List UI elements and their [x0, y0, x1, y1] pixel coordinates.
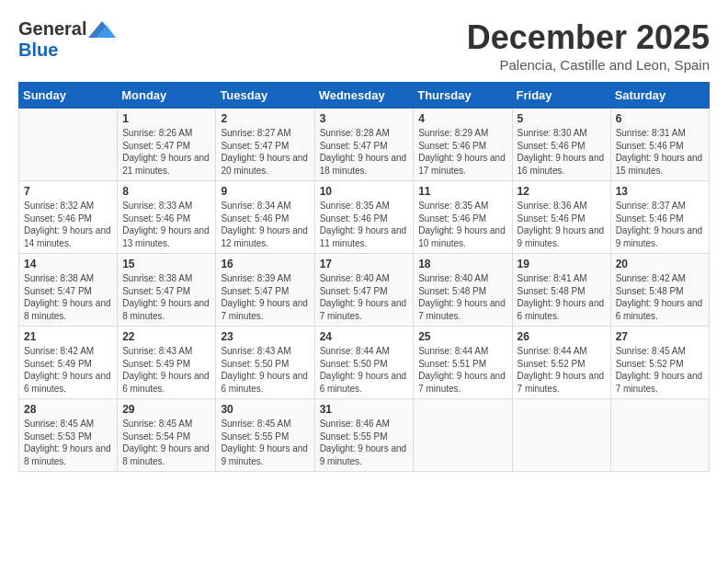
table-row: 3Sunrise: 8:28 AMSunset: 5:47 PMDaylight…	[314, 109, 414, 181]
table-row	[414, 399, 512, 472]
sunset-text: Sunset: 5:47 PM	[221, 285, 309, 298]
day-detail: Sunrise: 8:29 AMSunset: 5:46 PMDaylight:…	[418, 127, 506, 177]
sunrise-text: Sunrise: 8:35 AM	[418, 200, 506, 213]
location-subtitle: Palencia, Castille and Leon, Spain	[467, 57, 710, 73]
daylight-text: Daylight: 9 hours and 20 minutes.	[221, 152, 309, 177]
logo-icon	[88, 21, 116, 38]
daylight-text: Daylight: 9 hours and 7 minutes.	[418, 297, 506, 322]
table-row: 12Sunrise: 8:36 AMSunset: 5:46 PMDayligh…	[512, 181, 610, 254]
sunrise-text: Sunrise: 8:26 AM	[122, 127, 210, 140]
day-detail: Sunrise: 8:31 AMSunset: 5:46 PMDaylight:…	[616, 127, 704, 177]
sunset-text: Sunset: 5:46 PM	[320, 213, 409, 225]
table-row: 21Sunrise: 8:42 AMSunset: 5:49 PMDayligh…	[19, 327, 118, 399]
day-number: 21	[24, 330, 112, 343]
day-detail: Sunrise: 8:40 AMSunset: 5:48 PMDaylight:…	[418, 272, 506, 322]
sunrise-text: Sunrise: 8:43 AM	[221, 345, 309, 358]
day-number: 20	[616, 258, 704, 270]
sunset-text: Sunset: 5:46 PM	[418, 213, 506, 225]
day-detail: Sunrise: 8:45 AMSunset: 5:54 PMDaylight:…	[122, 418, 210, 467]
sunset-text: Sunset: 5:53 PM	[24, 431, 112, 443]
table-row: 22Sunrise: 8:43 AMSunset: 5:49 PMDayligh…	[118, 327, 216, 399]
day-number: 23	[221, 330, 309, 343]
day-number: 10	[320, 185, 409, 198]
sunrise-text: Sunrise: 8:38 AM	[24, 272, 112, 285]
sunrise-text: Sunrise: 8:28 AM	[320, 127, 409, 140]
day-detail: Sunrise: 8:41 AMSunset: 5:48 PMDaylight:…	[518, 272, 606, 322]
sunrise-text: Sunrise: 8:40 AM	[320, 272, 409, 285]
sunset-text: Sunset: 5:47 PM	[320, 140, 409, 153]
header-thursday: Thursday	[414, 83, 512, 109]
table-row	[19, 109, 118, 181]
logo-general-text: General	[18, 18, 86, 40]
sunset-text: Sunset: 5:47 PM	[221, 140, 309, 153]
sunrise-text: Sunrise: 8:35 AM	[320, 200, 409, 213]
sunrise-text: Sunrise: 8:29 AM	[418, 127, 506, 140]
sunrise-text: Sunrise: 8:44 AM	[518, 345, 606, 358]
daylight-text: Daylight: 9 hours and 8 minutes.	[122, 442, 210, 467]
day-number: 5	[518, 112, 606, 125]
day-detail: Sunrise: 8:32 AMSunset: 5:46 PMDaylight:…	[24, 200, 112, 249]
table-row: 13Sunrise: 8:37 AMSunset: 5:46 PMDayligh…	[610, 181, 709, 254]
day-number: 29	[122, 403, 210, 416]
sunrise-text: Sunrise: 8:33 AM	[122, 200, 210, 213]
table-row: 28Sunrise: 8:45 AMSunset: 5:53 PMDayligh…	[19, 399, 118, 472]
day-detail: Sunrise: 8:34 AMSunset: 5:46 PMDaylight:…	[221, 200, 309, 249]
day-detail: Sunrise: 8:44 AMSunset: 5:51 PMDaylight:…	[418, 345, 506, 395]
table-row: 2Sunrise: 8:27 AMSunset: 5:47 PMDaylight…	[216, 109, 314, 181]
logo: General Blue	[18, 18, 116, 61]
sunset-text: Sunset: 5:52 PM	[616, 358, 704, 371]
day-number: 17	[320, 258, 409, 270]
sunrise-text: Sunrise: 8:38 AM	[122, 272, 210, 285]
table-row: 29Sunrise: 8:45 AMSunset: 5:54 PMDayligh…	[118, 399, 216, 472]
sunset-text: Sunset: 5:46 PM	[518, 140, 606, 153]
logo-blue-text: Blue	[18, 40, 58, 61]
day-detail: Sunrise: 8:40 AMSunset: 5:47 PMDaylight:…	[320, 272, 409, 322]
day-detail: Sunrise: 8:38 AMSunset: 5:47 PMDaylight:…	[24, 272, 112, 322]
sunrise-text: Sunrise: 8:45 AM	[24, 418, 112, 431]
table-row: 24Sunrise: 8:44 AMSunset: 5:50 PMDayligh…	[314, 327, 414, 399]
day-detail: Sunrise: 8:42 AMSunset: 5:49 PMDaylight:…	[24, 345, 112, 395]
sunset-text: Sunset: 5:55 PM	[320, 431, 409, 443]
day-number: 24	[320, 330, 409, 343]
calendar-week-row: 21Sunrise: 8:42 AMSunset: 5:49 PMDayligh…	[19, 327, 710, 399]
sunrise-text: Sunrise: 8:37 AM	[616, 200, 704, 213]
table-row: 15Sunrise: 8:38 AMSunset: 5:47 PMDayligh…	[118, 254, 216, 327]
sunrise-text: Sunrise: 8:46 AM	[320, 418, 409, 431]
day-detail: Sunrise: 8:28 AMSunset: 5:47 PMDaylight:…	[320, 127, 409, 177]
day-number: 26	[518, 330, 606, 343]
sunrise-text: Sunrise: 8:45 AM	[616, 345, 704, 358]
day-detail: Sunrise: 8:33 AMSunset: 5:46 PMDaylight:…	[122, 200, 210, 249]
day-detail: Sunrise: 8:45 AMSunset: 5:53 PMDaylight:…	[24, 418, 112, 467]
sunrise-text: Sunrise: 8:44 AM	[320, 345, 409, 358]
calendar-week-row: 7Sunrise: 8:32 AMSunset: 5:46 PMDaylight…	[19, 181, 710, 254]
table-row: 7Sunrise: 8:32 AMSunset: 5:46 PMDaylight…	[19, 181, 118, 254]
sunrise-text: Sunrise: 8:42 AM	[24, 345, 112, 358]
daylight-text: Daylight: 9 hours and 9 minutes.	[616, 224, 704, 249]
sunset-text: Sunset: 5:46 PM	[122, 213, 210, 225]
sunset-text: Sunset: 5:46 PM	[518, 213, 606, 225]
day-number: 16	[221, 258, 309, 270]
sunset-text: Sunset: 5:46 PM	[24, 213, 112, 225]
day-number: 22	[122, 330, 210, 343]
sunset-text: Sunset: 5:52 PM	[518, 358, 606, 371]
header-wednesday: Wednesday	[314, 83, 414, 109]
daylight-text: Daylight: 9 hours and 17 minutes.	[418, 152, 506, 177]
daylight-text: Daylight: 9 hours and 10 minutes.	[418, 224, 506, 249]
day-detail: Sunrise: 8:45 AMSunset: 5:55 PMDaylight:…	[221, 418, 309, 467]
day-detail: Sunrise: 8:26 AMSunset: 5:47 PMDaylight:…	[122, 127, 210, 177]
table-row: 8Sunrise: 8:33 AMSunset: 5:46 PMDaylight…	[118, 181, 216, 254]
page-header: General Blue December 2025 Palencia, Cas…	[18, 18, 710, 73]
daylight-text: Daylight: 9 hours and 14 minutes.	[24, 224, 112, 249]
day-number: 27	[616, 330, 704, 343]
sunset-text: Sunset: 5:48 PM	[518, 285, 606, 298]
daylight-text: Daylight: 9 hours and 9 minutes.	[518, 224, 606, 249]
calendar-week-row: 1Sunrise: 8:26 AMSunset: 5:47 PMDaylight…	[19, 109, 710, 181]
daylight-text: Daylight: 9 hours and 16 minutes.	[518, 152, 606, 177]
day-detail: Sunrise: 8:39 AMSunset: 5:47 PMDaylight:…	[221, 272, 309, 322]
table-row: 30Sunrise: 8:45 AMSunset: 5:55 PMDayligh…	[216, 399, 314, 472]
day-number: 13	[616, 185, 704, 198]
table-row: 6Sunrise: 8:31 AMSunset: 5:46 PMDaylight…	[610, 109, 709, 181]
table-row: 26Sunrise: 8:44 AMSunset: 5:52 PMDayligh…	[512, 327, 610, 399]
day-number: 19	[518, 258, 606, 270]
sunrise-text: Sunrise: 8:45 AM	[122, 418, 210, 431]
